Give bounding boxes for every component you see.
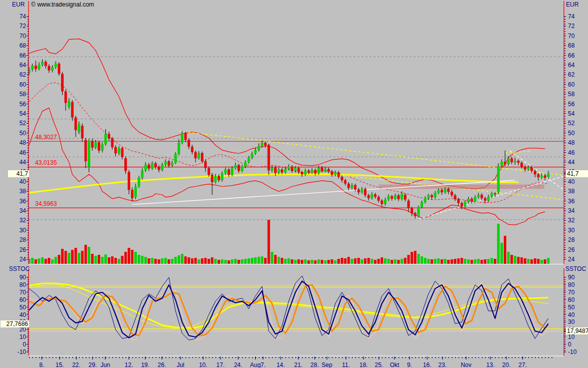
svg-text:28: 28 (20, 236, 27, 243)
svg-text:60: 60 (20, 81, 27, 88)
svg-text:40: 40 (20, 311, 27, 318)
last-price-box-right: 41,7 (566, 170, 588, 177)
svg-text:0: 0 (23, 341, 26, 348)
chart-canvas[interactable]: 2424262628283030323234343636383840404242… (0, 0, 588, 368)
svg-text:80: 80 (568, 281, 575, 288)
svg-text:72: 72 (568, 23, 575, 30)
svg-text:46: 46 (20, 149, 27, 156)
svg-text:56: 56 (568, 101, 575, 108)
svg-text:70: 70 (20, 33, 27, 40)
svg-text:0: 0 (568, 341, 571, 348)
svg-text:Jun: Jun (100, 361, 110, 368)
x-axis: 8.15.22.29.Jun12.19.26.Jul10.17.24.Aug7.… (29, 356, 552, 368)
panel-borders (29, 1, 564, 356)
price-axis-unit-left: EUR (12, 1, 25, 8)
svg-text:66: 66 (20, 52, 27, 59)
svg-text:14.: 14. (277, 361, 285, 368)
level-label-43: 43,0135 (35, 159, 57, 166)
price-plot (28, 39, 568, 264)
svg-text:44: 44 (568, 159, 575, 166)
svg-text:48: 48 (568, 139, 575, 146)
tradesignal-chart-window: 2424262628283030323234343636383840404242… (0, 0, 588, 368)
svg-text:74: 74 (20, 13, 27, 20)
svg-text:54: 54 (20, 110, 27, 117)
svg-text:38: 38 (20, 188, 27, 195)
svg-text:34: 34 (20, 207, 27, 214)
svg-text:26: 26 (568, 246, 575, 253)
svg-text:72: 72 (20, 23, 27, 30)
svg-text:25.: 25. (375, 361, 383, 368)
svg-text:7.: 7. (261, 361, 266, 368)
svg-text:90: 90 (568, 274, 575, 281)
svg-text:10: 10 (20, 333, 27, 340)
svg-text:24: 24 (20, 256, 27, 263)
svg-text:40: 40 (568, 178, 575, 185)
svg-text:19.: 19. (141, 361, 149, 368)
sstoc-value-box-left: 27,7686 (1, 320, 29, 327)
svg-text:29.: 29. (88, 361, 97, 368)
svg-text:23.: 23. (438, 361, 447, 368)
svg-text:Jul: Jul (176, 361, 184, 368)
svg-text:40: 40 (20, 178, 27, 185)
svg-text:68: 68 (568, 42, 575, 49)
last-price-box-left: 41,7 (8, 170, 29, 177)
svg-text:58: 58 (568, 91, 575, 98)
svg-text:60: 60 (568, 81, 575, 88)
svg-text:15.: 15. (56, 361, 64, 368)
svg-text:80: 80 (20, 281, 27, 288)
sstoc-value-box-right: 17,9487 (566, 327, 588, 334)
svg-text:62: 62 (568, 71, 575, 78)
svg-text:11.: 11. (342, 361, 350, 368)
svg-text:20.: 20. (502, 361, 511, 368)
svg-text:36: 36 (568, 198, 575, 205)
svg-text:Nov: Nov (461, 361, 471, 368)
svg-text:24.: 24. (234, 361, 243, 368)
svg-text:64: 64 (568, 62, 575, 69)
svg-text:68: 68 (20, 42, 27, 49)
svg-text:Sep: Sep (322, 361, 333, 368)
svg-text:18.: 18. (359, 361, 368, 368)
level-label-48: 48,3027 (35, 134, 57, 141)
svg-text:54: 54 (568, 110, 575, 117)
svg-text:26: 26 (20, 246, 27, 253)
svg-text:10: 10 (568, 333, 575, 340)
svg-text:90: 90 (20, 274, 27, 281)
svg-text:70: 70 (568, 33, 575, 40)
svg-text:62: 62 (20, 71, 27, 78)
svg-text:70: 70 (20, 289, 27, 296)
svg-text:52: 52 (568, 120, 575, 127)
svg-text:27.: 27. (518, 361, 527, 368)
svg-text:28: 28 (568, 236, 575, 243)
svg-text:26.: 26. (158, 361, 166, 368)
svg-text:8.: 8. (39, 361, 44, 368)
svg-text:38: 38 (568, 188, 575, 195)
svg-text:28.: 28. (310, 361, 319, 368)
svg-text:50: 50 (568, 130, 575, 137)
svg-text:56: 56 (20, 101, 27, 108)
svg-text:60: 60 (20, 296, 27, 303)
svg-text:Aug: Aug (250, 361, 261, 368)
svg-text:66: 66 (568, 52, 575, 59)
svg-text:10.: 10. (199, 361, 208, 368)
svg-text:64: 64 (20, 62, 27, 69)
copyright-watermark: © www.tradesignal.com (31, 1, 94, 8)
svg-text:30: 30 (568, 227, 575, 234)
svg-text:24: 24 (568, 256, 575, 263)
svg-text:58: 58 (20, 91, 27, 98)
svg-text:-10: -10 (18, 348, 27, 355)
svg-text:21.: 21. (294, 361, 303, 368)
svg-text:30: 30 (568, 318, 575, 325)
svg-text:36: 36 (20, 198, 27, 205)
svg-text:44: 44 (20, 159, 27, 166)
svg-text:Okt: Okt (390, 361, 400, 368)
sstoc-plot (29, 276, 564, 340)
svg-text:17.: 17. (216, 361, 225, 368)
volume-bars (28, 220, 550, 264)
svg-text:74: 74 (568, 13, 575, 20)
level-label-34: 34,5963 (35, 200, 57, 207)
svg-text:50: 50 (568, 304, 575, 311)
svg-text:60: 60 (568, 296, 575, 303)
svg-text:9.: 9. (407, 361, 412, 368)
svg-text:40: 40 (568, 311, 575, 318)
svg-text:52: 52 (20, 120, 27, 127)
